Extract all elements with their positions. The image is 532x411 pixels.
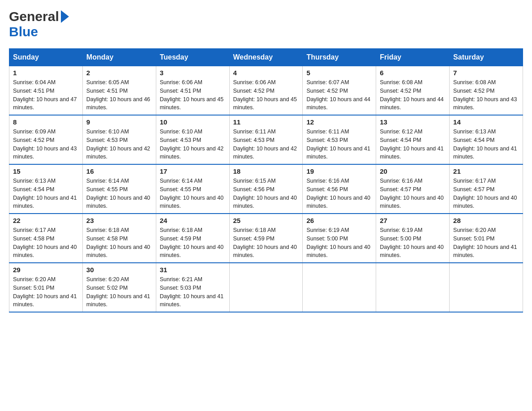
day-info: Sunrise: 6:06 AM Sunset: 4:51 PM Dayligh… [160, 78, 226, 112]
calendar-week-row: 15 Sunrise: 6:13 AM Sunset: 4:54 PM Dayl… [9, 164, 523, 214]
day-number: 15 [13, 167, 79, 175]
day-number: 3 [160, 69, 226, 77]
calendar-cell: 23 Sunrise: 6:18 AM Sunset: 4:58 PM Dayl… [82, 214, 156, 263]
page-header: General Blue [9, 9, 523, 39]
calendar-cell: 17 Sunrise: 6:14 AM Sunset: 4:55 PM Dayl… [156, 164, 229, 214]
day-info: Sunrise: 6:04 AM Sunset: 4:51 PM Dayligh… [13, 78, 79, 112]
calendar-cell: 27 Sunrise: 6:19 AM Sunset: 5:00 PM Dayl… [376, 214, 450, 263]
day-number: 25 [233, 217, 299, 224]
calendar-cell: 8 Sunrise: 6:09 AM Sunset: 4:52 PM Dayli… [9, 115, 83, 164]
day-info: Sunrise: 6:05 AM Sunset: 4:51 PM Dayligh… [86, 78, 152, 112]
day-number: 5 [306, 69, 372, 77]
day-number: 30 [86, 266, 152, 274]
logo-arrow-icon [61, 10, 69, 23]
day-info: Sunrise: 6:20 AM Sunset: 5:01 PM Dayligh… [13, 275, 79, 309]
day-info: Sunrise: 6:20 AM Sunset: 5:01 PM Dayligh… [453, 226, 519, 260]
calendar-cell: 24 Sunrise: 6:18 AM Sunset: 4:59 PM Dayl… [156, 214, 229, 263]
calendar-cell: 9 Sunrise: 6:10 AM Sunset: 4:53 PM Dayli… [82, 115, 156, 164]
day-info: Sunrise: 6:15 AM Sunset: 4:56 PM Dayligh… [233, 177, 299, 210]
day-info: Sunrise: 6:14 AM Sunset: 4:55 PM Dayligh… [160, 177, 226, 210]
day-number: 17 [160, 167, 226, 175]
day-info: Sunrise: 6:20 AM Sunset: 5:02 PM Dayligh… [86, 275, 152, 309]
day-number: 29 [13, 266, 79, 274]
day-number: 16 [86, 167, 152, 175]
day-number: 27 [380, 217, 446, 224]
logo: General Blue [9, 9, 69, 39]
day-header-friday: Friday [376, 49, 450, 66]
calendar-cell: 30 Sunrise: 6:20 AM Sunset: 5:02 PM Dayl… [82, 263, 156, 312]
day-info: Sunrise: 6:08 AM Sunset: 4:52 PM Dayligh… [380, 78, 446, 112]
day-number: 20 [380, 167, 446, 175]
day-info: Sunrise: 6:21 AM Sunset: 5:03 PM Dayligh… [160, 275, 226, 309]
day-number: 28 [453, 217, 519, 224]
logo-blue-text: Blue [9, 24, 38, 39]
day-header-tuesday: Tuesday [156, 49, 229, 66]
day-number: 4 [233, 69, 299, 77]
day-number: 21 [453, 167, 519, 175]
day-number: 9 [86, 118, 152, 126]
day-number: 23 [86, 217, 152, 224]
day-info: Sunrise: 6:07 AM Sunset: 4:52 PM Dayligh… [306, 78, 372, 112]
calendar-cell: 1 Sunrise: 6:04 AM Sunset: 4:51 PM Dayli… [9, 66, 83, 116]
calendar-cell [303, 263, 376, 312]
calendar-cell: 7 Sunrise: 6:08 AM Sunset: 4:52 PM Dayli… [450, 66, 523, 116]
day-number: 19 [306, 167, 372, 175]
day-info: Sunrise: 6:13 AM Sunset: 4:54 PM Dayligh… [13, 177, 79, 210]
calendar-cell: 20 Sunrise: 6:16 AM Sunset: 4:57 PM Dayl… [376, 164, 450, 214]
day-number: 31 [160, 266, 226, 274]
day-info: Sunrise: 6:12 AM Sunset: 4:54 PM Dayligh… [380, 128, 446, 161]
calendar-cell: 15 Sunrise: 6:13 AM Sunset: 4:54 PM Dayl… [9, 164, 83, 214]
calendar-cell: 13 Sunrise: 6:12 AM Sunset: 4:54 PM Dayl… [376, 115, 450, 164]
calendar-cell: 31 Sunrise: 6:21 AM Sunset: 5:03 PM Dayl… [156, 263, 229, 312]
day-info: Sunrise: 6:18 AM Sunset: 4:59 PM Dayligh… [233, 226, 299, 260]
logo-general-text: General [9, 9, 59, 24]
day-info: Sunrise: 6:10 AM Sunset: 4:53 PM Dayligh… [86, 128, 152, 161]
day-info: Sunrise: 6:17 AM Sunset: 4:57 PM Dayligh… [453, 177, 519, 210]
day-header-wednesday: Wednesday [229, 49, 303, 66]
calendar-cell [450, 263, 523, 312]
calendar-cell [229, 263, 303, 312]
day-number: 12 [306, 118, 372, 126]
calendar-cell: 10 Sunrise: 6:10 AM Sunset: 4:53 PM Dayl… [156, 115, 229, 164]
calendar-cell: 14 Sunrise: 6:13 AM Sunset: 4:54 PM Dayl… [450, 115, 523, 164]
day-number: 8 [13, 118, 79, 126]
calendar-cell: 19 Sunrise: 6:16 AM Sunset: 4:56 PM Dayl… [303, 164, 376, 214]
day-info: Sunrise: 6:19 AM Sunset: 5:00 PM Dayligh… [306, 226, 372, 260]
day-number: 26 [306, 217, 372, 224]
calendar-cell: 5 Sunrise: 6:07 AM Sunset: 4:52 PM Dayli… [303, 66, 376, 116]
day-info: Sunrise: 6:13 AM Sunset: 4:54 PM Dayligh… [453, 128, 519, 161]
day-number: 6 [380, 69, 446, 77]
day-info: Sunrise: 6:18 AM Sunset: 4:58 PM Dayligh… [86, 226, 152, 260]
calendar-week-row: 8 Sunrise: 6:09 AM Sunset: 4:52 PM Dayli… [9, 115, 523, 164]
calendar-week-row: 22 Sunrise: 6:17 AM Sunset: 4:58 PM Dayl… [9, 214, 523, 263]
day-info: Sunrise: 6:19 AM Sunset: 5:00 PM Dayligh… [380, 226, 446, 260]
day-info: Sunrise: 6:11 AM Sunset: 4:53 PM Dayligh… [306, 128, 372, 161]
calendar-cell: 11 Sunrise: 6:11 AM Sunset: 4:53 PM Dayl… [229, 115, 303, 164]
day-info: Sunrise: 6:14 AM Sunset: 4:55 PM Dayligh… [86, 177, 152, 210]
calendar-cell: 4 Sunrise: 6:06 AM Sunset: 4:52 PM Dayli… [229, 66, 303, 116]
day-number: 14 [453, 118, 519, 126]
day-number: 24 [160, 217, 226, 224]
calendar-table: SundayMondayTuesdayWednesdayThursdayFrid… [9, 48, 523, 313]
day-number: 13 [380, 118, 446, 126]
day-number: 7 [453, 69, 519, 77]
day-info: Sunrise: 6:16 AM Sunset: 4:56 PM Dayligh… [306, 177, 372, 210]
day-header-saturday: Saturday [450, 49, 523, 66]
calendar-week-row: 29 Sunrise: 6:20 AM Sunset: 5:01 PM Dayl… [9, 263, 523, 312]
day-number: 22 [13, 217, 79, 224]
day-number: 11 [233, 118, 299, 126]
day-info: Sunrise: 6:10 AM Sunset: 4:53 PM Dayligh… [160, 128, 226, 161]
day-header-sunday: Sunday [9, 49, 83, 66]
calendar-cell: 3 Sunrise: 6:06 AM Sunset: 4:51 PM Dayli… [156, 66, 229, 116]
calendar-cell: 21 Sunrise: 6:17 AM Sunset: 4:57 PM Dayl… [450, 164, 523, 214]
calendar-cell: 29 Sunrise: 6:20 AM Sunset: 5:01 PM Dayl… [9, 263, 83, 312]
calendar-cell: 2 Sunrise: 6:05 AM Sunset: 4:51 PM Dayli… [82, 66, 156, 116]
calendar-header-row: SundayMondayTuesdayWednesdayThursdayFrid… [9, 49, 523, 66]
calendar-cell: 6 Sunrise: 6:08 AM Sunset: 4:52 PM Dayli… [376, 66, 450, 116]
day-info: Sunrise: 6:17 AM Sunset: 4:58 PM Dayligh… [13, 226, 79, 260]
calendar-cell: 26 Sunrise: 6:19 AM Sunset: 5:00 PM Dayl… [303, 214, 376, 263]
day-info: Sunrise: 6:18 AM Sunset: 4:59 PM Dayligh… [160, 226, 226, 260]
day-info: Sunrise: 6:16 AM Sunset: 4:57 PM Dayligh… [380, 177, 446, 210]
calendar-cell: 22 Sunrise: 6:17 AM Sunset: 4:58 PM Dayl… [9, 214, 83, 263]
day-header-thursday: Thursday [303, 49, 376, 66]
